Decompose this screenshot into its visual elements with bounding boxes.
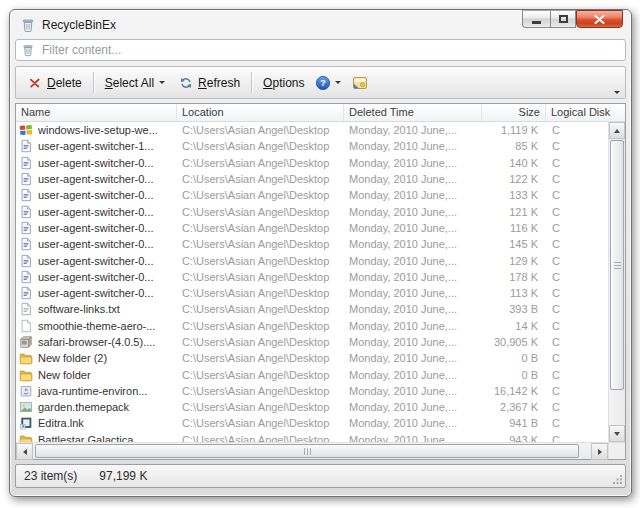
- help-button[interactable]: [311, 70, 345, 96]
- column-header-logical-disk[interactable]: Logical Disk: [546, 104, 625, 121]
- table-row[interactable]: Editra.lnk C:\Users\Asian Angel\Desktop …: [16, 415, 608, 431]
- file-name-cell: user-agent-switcher-0...: [16, 270, 177, 284]
- deleted-time-cell: Monday, 2010 June,...: [344, 189, 482, 201]
- vertical-scrollbar[interactable]: [608, 122, 625, 442]
- close-button[interactable]: [576, 10, 623, 28]
- select-all-button[interactable]: Select All: [98, 71, 172, 95]
- table-row[interactable]: garden.themepack C:\Users\Asian Angel\De…: [16, 399, 608, 415]
- file-name-cell: user-agent-switcher-0...: [16, 237, 177, 251]
- table-row[interactable]: user-agent-switcher-0... C:\Users\Asian …: [16, 171, 608, 187]
- donate-button[interactable]: [345, 70, 375, 96]
- file-name-cell: user-agent-switcher-0...: [16, 188, 177, 202]
- file-name-cell: windows-live-setup-we...: [16, 123, 177, 137]
- table-row[interactable]: safari-browser-(4.0.5).... C:\Users\Asia…: [16, 334, 608, 350]
- scroll-up-button[interactable]: [609, 122, 625, 139]
- vertical-scroll-thumb[interactable]: [610, 140, 624, 390]
- deleted-time-cell: Monday, 2010 June,...: [344, 173, 482, 185]
- xpi-doc-icon: [19, 205, 33, 219]
- column-header-name[interactable]: Name: [16, 104, 177, 121]
- disk-cell: C: [546, 255, 608, 267]
- filter-input[interactable]: [15, 39, 626, 61]
- scroll-down-button[interactable]: [609, 425, 625, 442]
- location-cell: C:\Users\Asian Angel\Desktop: [177, 140, 344, 152]
- file-name-cell: smoothie-theme-aero-...: [16, 319, 177, 333]
- table-row[interactable]: user-agent-switcher-1... C:\Users\Asian …: [16, 138, 608, 154]
- column-header-location[interactable]: Location: [177, 104, 344, 121]
- table-row[interactable]: user-agent-switcher-0... C:\Users\Asian …: [16, 187, 608, 203]
- refresh-button[interactable]: Refresh: [172, 71, 247, 95]
- table-row[interactable]: software-links.txt C:\Users\Asian Angel\…: [16, 301, 608, 317]
- horizontal-scroll-track[interactable]: [33, 443, 591, 459]
- file-name-label: New folder: [38, 369, 91, 381]
- table-row[interactable]: windows-live-setup-we... C:\Users\Asian …: [16, 122, 608, 138]
- toolbar: Delete Select All Refresh Options: [15, 66, 626, 99]
- arrow-up-icon: [614, 129, 620, 133]
- table-row[interactable]: user-agent-switcher-0... C:\Users\Asian …: [16, 285, 608, 301]
- window-title: RecycleBinEx: [42, 18, 116, 32]
- table-row[interactable]: user-agent-switcher-0... C:\Users\Asian …: [16, 220, 608, 236]
- chevron-down-icon: [335, 81, 341, 84]
- table-row[interactable]: New folder (2) C:\Users\Asian Angel\Desk…: [16, 350, 608, 366]
- column-header-size[interactable]: Size: [482, 104, 546, 121]
- file-name-cell: software-links.txt: [16, 302, 177, 316]
- scroll-right-button[interactable]: [591, 443, 608, 460]
- size-cell: 116 K: [482, 222, 546, 234]
- recycle-bin-icon: [20, 17, 36, 33]
- table-row[interactable]: user-agent-switcher-0... C:\Users\Asian …: [16, 269, 608, 285]
- table-row[interactable]: New folder C:\Users\Asian Angel\Desktop …: [16, 366, 608, 382]
- deleted-time-cell: Monday, 2010 June,...: [344, 140, 482, 152]
- vertical-scroll-track[interactable]: [609, 139, 625, 425]
- options-button[interactable]: Options: [256, 71, 311, 95]
- horizontal-scrollbar[interactable]: [16, 442, 625, 459]
- folder-icon: [19, 351, 33, 365]
- size-cell: 16,142 K: [482, 385, 546, 397]
- table-row[interactable]: user-agent-switcher-0... C:\Users\Asian …: [16, 252, 608, 268]
- size-cell: 113 K: [482, 287, 546, 299]
- table-row[interactable]: user-agent-switcher-0... C:\Users\Asian …: [16, 155, 608, 171]
- disk-cell: C: [546, 222, 608, 234]
- chevron-down-icon: [159, 81, 165, 84]
- txt-doc-icon: [19, 302, 33, 316]
- location-cell: C:\Users\Asian Angel\Desktop: [177, 369, 344, 381]
- table-row[interactable]: Battlestar Galactica C:\Users\Asian Ange…: [16, 432, 608, 442]
- table-row[interactable]: java-runtime-environ... C:\Users\Asian A…: [16, 383, 608, 399]
- minimize-button[interactable]: [522, 10, 550, 28]
- deleted-time-cell: Monday, 2010 June,...: [344, 369, 482, 381]
- deleted-time-cell: Monday, 2010 June,...: [344, 417, 482, 429]
- file-name-cell: Battlestar Galactica: [16, 433, 177, 442]
- size-cell: 129 K: [482, 255, 546, 267]
- file-name-label: smoothie-theme-aero-...: [38, 320, 155, 332]
- column-header-deleted-time[interactable]: Deleted Time: [344, 104, 482, 121]
- file-name-label: safari-browser-(4.0.5)....: [38, 336, 155, 348]
- disk-cell: C: [546, 320, 608, 332]
- table-row[interactable]: smoothie-theme-aero-... C:\Users\Asian A…: [16, 318, 608, 334]
- file-name-cell: garden.themepack: [16, 400, 177, 414]
- maximize-button[interactable]: [550, 10, 576, 28]
- file-name-cell: Editra.lnk: [16, 416, 177, 430]
- size-cell: 14 K: [482, 320, 546, 332]
- plain-file-icon: [19, 319, 33, 333]
- size-cell: 145 K: [482, 238, 546, 250]
- deleted-time-cell: Monday, 2010 June,...: [344, 320, 482, 332]
- folder-icon: [19, 368, 33, 382]
- resize-grip-icon[interactable]: [613, 475, 623, 485]
- total-size: 97,199 K: [99, 469, 147, 483]
- toolbar-overflow-icon[interactable]: [614, 91, 620, 94]
- location-cell: C:\Users\Asian Angel\Desktop: [177, 401, 344, 413]
- delete-button[interactable]: Delete: [21, 71, 89, 95]
- scroll-left-button[interactable]: [16, 443, 33, 460]
- deleted-time-cell: Monday, 2010 June,...: [344, 271, 482, 283]
- horizontal-scroll-thumb[interactable]: [35, 444, 579, 458]
- disk-cell: C: [546, 287, 608, 299]
- disk-cell: C: [546, 385, 608, 397]
- file-name-label: New folder (2): [38, 352, 107, 364]
- editra-shortcut-icon: [19, 416, 33, 430]
- size-cell: 0 B: [482, 369, 546, 381]
- table-row[interactable]: user-agent-switcher-0... C:\Users\Asian …: [16, 236, 608, 252]
- disk-cell: C: [546, 189, 608, 201]
- file-name-cell: New folder (2): [16, 351, 177, 365]
- table-row[interactable]: user-agent-switcher-0... C:\Users\Asian …: [16, 203, 608, 219]
- rows-viewport: windows-live-setup-we... C:\Users\Asian …: [16, 122, 608, 442]
- windows-logo-icon: [19, 123, 33, 137]
- title-bar[interactable]: RecycleBinEx: [13, 12, 628, 37]
